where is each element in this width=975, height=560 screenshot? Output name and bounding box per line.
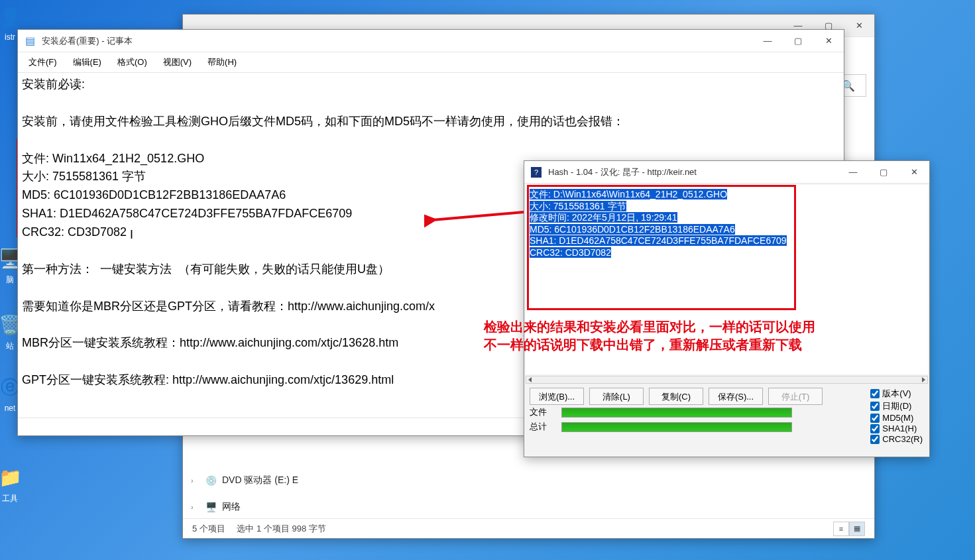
save-button[interactable]: 保存(S)... bbox=[709, 388, 763, 405]
status-count: 5 个项目 bbox=[192, 524, 225, 533]
progress-file-label: 文件 bbox=[530, 406, 556, 418]
notepad-text: 安装前必读: 安装前，请使用文件检验工具检测GHO后缀文件MD5码，如和下面的M… bbox=[22, 78, 624, 128]
user-icon: 👤 bbox=[0, 3, 23, 30]
hash-line-file: 文件: D:\Win11x64\Win11x64_21H2_0512.GHO bbox=[530, 189, 727, 199]
hash-titlebar[interactable]: ? Hash - 1.04 - 汉化: 昆子 - http://keir.net… bbox=[524, 161, 929, 184]
close-button[interactable]: ✕ bbox=[899, 161, 929, 184]
checkbox[interactable] bbox=[870, 424, 880, 433]
check-version[interactable]: 版本(V) bbox=[870, 388, 923, 400]
progress-total-label: 总计 bbox=[530, 421, 556, 433]
tree-item-label: 网络 bbox=[222, 501, 241, 513]
menu-view[interactable]: 视图(V) bbox=[156, 54, 198, 71]
menu-format[interactable]: 格式(O) bbox=[111, 54, 154, 71]
check-sha1[interactable]: SHA1(H) bbox=[870, 423, 923, 433]
maximize-button[interactable]: ▢ bbox=[783, 30, 813, 52]
window-title: Hash - 1.04 - 汉化: 昆子 - http://keir.net bbox=[548, 166, 838, 178]
progress-file-bar bbox=[561, 408, 792, 418]
chevron-right-icon: › bbox=[191, 503, 200, 511]
notepad-hash-block: 文件: Win11x64_21H2_0512.GHO 大小: 751558136… bbox=[22, 152, 352, 239]
notepad-icon: ▤ bbox=[23, 34, 36, 48]
hash-results-pane[interactable]: 文件: D:\Win11x64\Win11x64_21H2_0512.GHO 大… bbox=[526, 185, 928, 374]
check-label: CRC32(R) bbox=[882, 434, 923, 444]
checkbox[interactable] bbox=[870, 414, 880, 423]
tree-item-network[interactable]: › 🖥️ 网络 bbox=[191, 498, 298, 516]
hash-window: ? Hash - 1.04 - 汉化: 昆子 - http://keir.net… bbox=[524, 160, 930, 457]
progress-total-bar bbox=[561, 422, 792, 432]
hash-line-size: 大小: 7515581361 字节 bbox=[530, 201, 626, 211]
checkbox[interactable] bbox=[870, 389, 880, 398]
close-button[interactable]: ✕ bbox=[813, 30, 844, 52]
explorer-tree: › 💿 DVD 驱动器 (E:) E › 🖥️ 网络 bbox=[191, 472, 298, 516]
close-button[interactable]: ✕ bbox=[844, 15, 874, 37]
clear-button[interactable]: 清除(L) bbox=[589, 388, 644, 405]
view-toggle[interactable]: ≡ ▦ bbox=[833, 522, 865, 536]
desktop-icon-label: 工具 bbox=[0, 493, 30, 504]
folder-icon: 📁 bbox=[0, 464, 23, 490]
status-selection: 选中 1 个项目 998 字节 bbox=[237, 524, 325, 533]
check-label: 版本(V) bbox=[882, 388, 911, 400]
desktop-icon[interactable]: 📁 工具 bbox=[0, 464, 30, 504]
hash-line-mtime: 修改时间: 2022年5月12日, 19:29:41 bbox=[530, 212, 677, 223]
check-date[interactable]: 日期(D) bbox=[870, 400, 923, 412]
notepad-titlebar[interactable]: ▤ 安装必看(重要) - 记事本 — ▢ ✕ bbox=[18, 30, 844, 52]
checkbox[interactable] bbox=[870, 402, 880, 411]
chevron-right-icon: › bbox=[191, 476, 200, 484]
text-cursor: I bbox=[127, 226, 127, 239]
notepad-menubar: 文件(F) 编辑(E) 格式(O) 视图(V) 帮助(H) bbox=[18, 52, 844, 73]
menu-file[interactable]: 文件(F) bbox=[22, 54, 64, 71]
hash-hscrollbar[interactable] bbox=[526, 376, 928, 384]
minimize-button[interactable]: — bbox=[752, 30, 783, 52]
checkbox[interactable] bbox=[870, 435, 880, 444]
check-label: SHA1(H) bbox=[882, 423, 917, 433]
hash-line-sha1: SHA1: D1ED462A758C47CE724D3FFE755BA7FDAF… bbox=[530, 235, 787, 246]
check-label: 日期(D) bbox=[882, 400, 911, 412]
copy-button[interactable]: 复制(C) bbox=[649, 388, 703, 405]
check-md5[interactable]: MD5(M) bbox=[870, 413, 923, 423]
stop-button: 停止(T) bbox=[768, 388, 823, 405]
tree-item-dvd[interactable]: › 💿 DVD 驱动器 (E:) E bbox=[191, 472, 298, 489]
network-icon: 🖥️ bbox=[205, 502, 217, 512]
disc-icon: 💿 bbox=[205, 475, 217, 486]
hash-line-md5: MD5: 6C101936D0D1CB12F2BB13186EDAA7A6 bbox=[530, 224, 735, 235]
menu-help[interactable]: 帮助(H) bbox=[201, 54, 243, 71]
svg-text:?: ? bbox=[534, 168, 538, 176]
maximize-button[interactable]: ▢ bbox=[868, 161, 899, 184]
view-grid-icon[interactable]: ▦ bbox=[849, 522, 865, 536]
hash-line-crc32: CRC32: CD3D7082 bbox=[530, 247, 611, 258]
notepad-text: 第一种方法： 一键安装方法 （有可能失败，失败的话只能使用U盘） 需要知道你是M… bbox=[22, 262, 435, 386]
tree-item-label: DVD 驱动器 (E:) E bbox=[222, 475, 298, 486]
browse-button[interactable]: 浏览(B)... bbox=[530, 388, 584, 405]
check-crc32[interactable]: CRC32(R) bbox=[870, 434, 923, 444]
view-details-icon[interactable]: ≡ bbox=[833, 522, 849, 536]
menu-edit[interactable]: 编辑(E) bbox=[66, 54, 108, 71]
minimize-button[interactable]: — bbox=[838, 161, 868, 184]
window-title: 安装必看(重要) - 记事本 bbox=[42, 35, 752, 47]
explorer-statusbar: 5 个项目 选中 1 个项目 998 字节 ≡ ▦ bbox=[183, 518, 874, 538]
hash-app-icon: ? bbox=[530, 166, 543, 179]
check-label: MD5(M) bbox=[882, 413, 913, 423]
